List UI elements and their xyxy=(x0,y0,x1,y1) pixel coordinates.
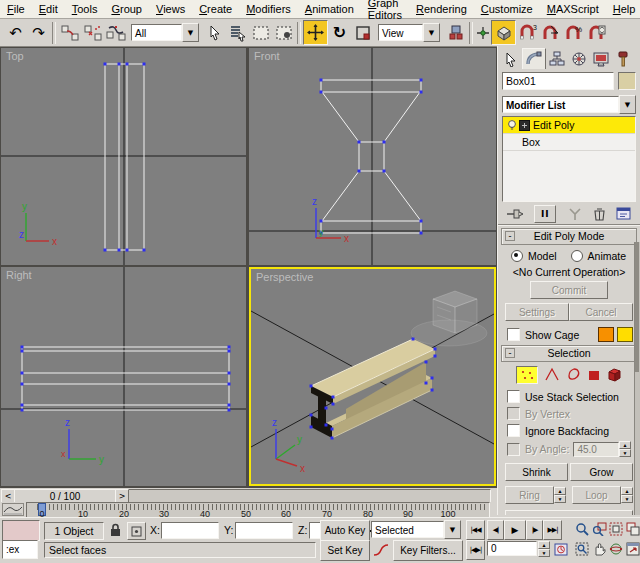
commit-button[interactable]: Commit xyxy=(530,281,608,299)
configure-modifier-sets-icon[interactable] xyxy=(616,207,632,221)
window-crossing-icon[interactable] xyxy=(272,21,295,44)
select-object-icon[interactable] xyxy=(203,21,226,44)
menu-modifiers[interactable]: Modifiers xyxy=(239,2,298,16)
lightbulb-icon[interactable] xyxy=(506,119,518,131)
zoom-all-button[interactable] xyxy=(591,520,607,538)
x-coordinate-field[interactable] xyxy=(161,522,219,539)
percent-snap-icon[interactable]: % xyxy=(562,21,585,44)
model-radio[interactable] xyxy=(511,250,523,262)
spinner-snap-icon[interactable] xyxy=(585,21,608,44)
cage-color-swatch[interactable] xyxy=(598,327,614,342)
select-and-link-icon[interactable] xyxy=(58,21,81,44)
goto-end-button[interactable]: ▶▶| xyxy=(543,520,562,540)
arc-rotate-button[interactable] xyxy=(608,540,624,558)
ring-button[interactable]: Ring xyxy=(505,486,554,504)
rollout-header-selection[interactable]: - Selection xyxy=(501,345,637,362)
tab-display[interactable] xyxy=(590,49,612,69)
snap-toggle-3d-icon[interactable]: 3 xyxy=(516,21,539,44)
previous-frame-button[interactable]: ◀| xyxy=(487,520,504,540)
track-bar[interactable]: 0 10 20 30 40 50 60 70 80 90 100 xyxy=(0,502,497,517)
select-and-rotate-icon[interactable]: ↻ xyxy=(328,21,351,44)
time-slider-handle[interactable]: 0 / 100 xyxy=(14,489,116,503)
menu-group[interactable]: Group xyxy=(104,2,149,16)
pin-stack-icon[interactable] xyxy=(506,207,524,221)
undo-icon[interactable]: ↶ xyxy=(4,21,27,44)
goto-start-button[interactable]: |◀◀ xyxy=(466,520,485,540)
viewport-front[interactable]: z y x Front xyxy=(249,48,496,265)
min-max-toggle-button[interactable] xyxy=(625,540,640,558)
viewport-perspective[interactable]: z y x Perspective xyxy=(249,267,496,486)
viewport-right[interactable]: z x y Right xyxy=(1,267,246,486)
unlink-selection-icon[interactable] xyxy=(81,21,104,44)
settings-button[interactable]: Settings xyxy=(505,303,569,321)
mini-curve-editor-button[interactable] xyxy=(2,503,24,516)
cancel-button[interactable]: Cancel xyxy=(569,303,633,321)
by-vertex-checkbox[interactable] xyxy=(507,407,520,420)
animate-radio[interactable] xyxy=(571,250,583,262)
remove-modifier-icon[interactable] xyxy=(593,207,606,221)
selection-filter-dropdown[interactable]: All ▼ xyxy=(131,23,199,42)
rollout-header-edit-poly-mode[interactable]: - Edit Poly Mode xyxy=(501,228,637,245)
show-cage-checkbox[interactable] xyxy=(507,328,520,341)
cage-selected-color-swatch[interactable] xyxy=(617,327,633,342)
rectangular-selection-region-icon[interactable] xyxy=(249,21,272,44)
frame-spinner[interactable]: ▲▼ xyxy=(538,541,550,557)
absolute-offset-mode-toggle[interactable] xyxy=(127,522,146,540)
collapse-icon[interactable]: - xyxy=(505,231,515,241)
zoom-extents-button[interactable] xyxy=(608,520,624,538)
shrink-button[interactable]: Shrink xyxy=(505,463,568,481)
viewport-label-top[interactable]: Top xyxy=(6,50,24,62)
select-by-name-icon[interactable] xyxy=(226,21,249,44)
menu-create[interactable]: Create xyxy=(192,2,239,16)
select-and-scale-icon[interactable] xyxy=(351,21,374,44)
make-unique-icon[interactable] xyxy=(567,207,583,221)
zoom-button[interactable] xyxy=(574,520,590,538)
use-pivot-point-center-icon[interactable] xyxy=(444,21,467,44)
object-name-field[interactable]: Box01 xyxy=(502,72,614,90)
subobject-polygon-button[interactable] xyxy=(587,367,601,383)
menu-maxscript[interactable]: MAXScript xyxy=(540,2,606,16)
subobject-vertex-button[interactable] xyxy=(516,366,538,384)
menu-help[interactable]: Help xyxy=(606,2,640,16)
default-in-out-tangents-button[interactable] xyxy=(371,540,391,559)
loop-button[interactable]: Loop xyxy=(572,486,621,504)
time-configuration-button[interactable] xyxy=(552,540,569,558)
loop-spinner[interactable]: ▲▼ xyxy=(621,487,633,503)
stack-item-edit-poly[interactable]: Edit Poly xyxy=(503,117,635,134)
angle-snap-icon[interactable] xyxy=(539,21,562,44)
subobject-element-button[interactable] xyxy=(606,367,623,383)
tab-utilities[interactable] xyxy=(612,49,634,69)
play-button[interactable]: ▶ xyxy=(504,520,526,540)
selection-set-dropdown[interactable]: Selected ▼ xyxy=(371,520,461,539)
ignore-backfacing-checkbox[interactable] xyxy=(507,424,520,437)
angle-spinner[interactable]: ▲▼ xyxy=(619,441,631,457)
key-filters-button[interactable]: Key Filters... xyxy=(393,540,463,561)
reference-coord-system-dropdown[interactable]: View ▼ xyxy=(378,23,440,42)
chevron-down-icon[interactable]: ▼ xyxy=(182,23,199,42)
next-frame-button[interactable]: |▶ xyxy=(526,520,543,540)
menu-rendering[interactable]: Rendering xyxy=(409,2,474,16)
menu-customize[interactable]: Customize xyxy=(474,2,540,16)
auto-key-button[interactable]: Auto Key xyxy=(320,520,370,541)
modifier-list-dropdown[interactable]: Modifier List ▼ xyxy=(502,95,636,114)
chevron-down-icon[interactable]: ▼ xyxy=(423,23,440,42)
y-coordinate-field[interactable] xyxy=(235,522,293,539)
object-color-swatch[interactable] xyxy=(618,72,636,90)
expand-subobjects-icon[interactable] xyxy=(519,120,530,131)
current-frame-field[interactable]: 0 xyxy=(487,541,537,556)
key-mode-toggle[interactable]: |◀▶| xyxy=(466,540,485,560)
menu-edit[interactable]: Edit xyxy=(32,2,65,16)
maxscript-mini-listener[interactable]: :ex xyxy=(2,540,38,559)
chevron-down-icon[interactable]: ▼ xyxy=(444,520,461,539)
time-slider-prev-button[interactable]: < xyxy=(1,489,15,503)
by-angle-checkbox[interactable] xyxy=(507,443,520,456)
viewport-top[interactable]: y z x Top xyxy=(1,48,246,265)
pan-view-button[interactable] xyxy=(591,540,607,558)
zoom-extents-all-button[interactable] xyxy=(625,520,640,538)
command-panel-scrollbar[interactable] xyxy=(634,242,640,515)
angle-value-field[interactable]: 45.0 xyxy=(573,442,619,457)
set-key-button[interactable]: Set Key xyxy=(320,540,370,561)
viewport-label-front[interactable]: Front xyxy=(254,50,280,62)
grow-button[interactable]: Grow xyxy=(570,463,633,481)
subobject-edge-button[interactable] xyxy=(543,367,561,383)
